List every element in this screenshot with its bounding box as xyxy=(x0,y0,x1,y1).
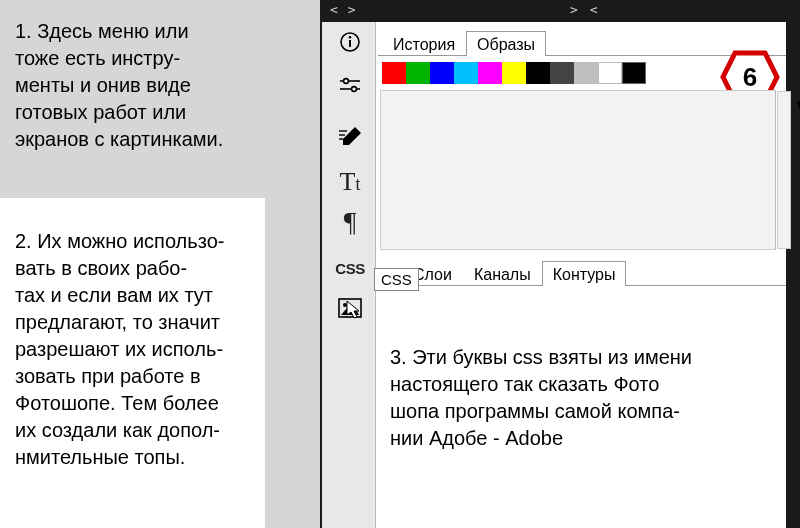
annotation-2-box: 2. Их можно использо- вать в своих рабо-… xyxy=(0,198,265,528)
paragraph-icon: ¶ xyxy=(344,206,357,238)
left-annotation-column: 1. Здесь меню или тоже есть инстру- мент… xyxy=(0,0,320,528)
text-icon: Tt xyxy=(340,167,361,197)
info-tool[interactable] xyxy=(322,22,378,62)
svg-point-6 xyxy=(352,87,357,92)
annotation-2: 2. Их можно использо- вать в своих рабо-… xyxy=(15,228,250,471)
swatch-darkgray[interactable] xyxy=(550,62,574,84)
swatch-black-2[interactable] xyxy=(622,62,646,84)
swatch-blue[interactable] xyxy=(430,62,454,84)
dropdown-arrow-icon[interactable]: ▼ xyxy=(793,97,800,115)
tab-history[interactable]: История xyxy=(382,31,466,56)
brush-icon xyxy=(337,125,363,147)
swatch-black[interactable] xyxy=(526,62,550,84)
adjustments-tool[interactable] xyxy=(322,66,378,106)
css-tool[interactable]: CSS xyxy=(322,248,378,288)
swatch-red[interactable] xyxy=(382,62,406,84)
tool-strip: Tt ¶ CSS xyxy=(320,22,376,528)
collapse-arrows-right[interactable]: > < xyxy=(570,2,599,17)
tab-paths[interactable]: Контуры xyxy=(542,261,627,286)
text-tool[interactable]: Tt xyxy=(322,162,378,202)
top-bar: < > > < xyxy=(320,0,800,22)
swatch-green[interactable] xyxy=(406,62,430,84)
brush-tool[interactable] xyxy=(322,116,378,156)
css-tooltip: CSS xyxy=(374,268,419,291)
svg-point-1 xyxy=(349,36,352,39)
annotation-1: 1. Здесь меню или тоже есть инстру- мент… xyxy=(15,18,315,153)
swatch-cyan[interactable] xyxy=(454,62,478,84)
preview-area: ▼ xyxy=(380,90,776,250)
mouse-cursor xyxy=(346,300,362,324)
svg-rect-2 xyxy=(349,40,351,47)
swatch-magenta[interactable] xyxy=(478,62,502,84)
swatch-yellow[interactable] xyxy=(502,62,526,84)
swatch-white[interactable] xyxy=(598,62,622,84)
annotation-3: 3. Эти буквы css взяты из имени настояще… xyxy=(390,344,772,452)
sliders-icon xyxy=(338,77,362,95)
paragraph-tool[interactable]: ¶ xyxy=(322,202,378,242)
info-icon xyxy=(339,31,361,53)
right-panels: История Образы 6 ▼ CSS Слои Каналы Конту… xyxy=(378,22,800,528)
panel-tabs-bottom: CSS Слои Каналы Контуры xyxy=(378,250,800,286)
svg-point-4 xyxy=(344,79,349,84)
collapse-arrows-left[interactable]: < > xyxy=(330,2,356,17)
tab-samples[interactable]: Образы xyxy=(466,31,546,56)
preview-scrollbar[interactable] xyxy=(777,91,791,249)
swatch-gray[interactable] xyxy=(574,62,598,84)
tab-channels[interactable]: Каналы xyxy=(463,261,542,286)
css-icon: CSS xyxy=(335,260,364,277)
